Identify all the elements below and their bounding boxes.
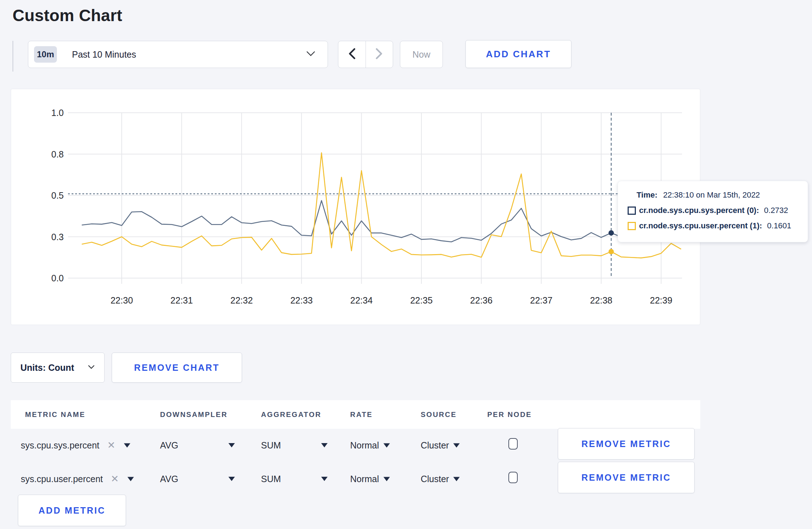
x-axis-tick-label: 22:32 bbox=[231, 295, 253, 305]
source-select[interactable]: Cluster bbox=[421, 440, 460, 451]
x-axis-tick-label: 22:33 bbox=[290, 295, 313, 305]
metric-name-value: sys.cpu.user.percent bbox=[21, 474, 103, 484]
tooltip-user-label: cr.node.sys.cpu.user.percent (1): bbox=[639, 221, 762, 230]
remove-chart-button[interactable]: REMOVE CHART bbox=[112, 353, 242, 383]
source-select[interactable]: Cluster bbox=[421, 474, 460, 484]
chevron-left-icon bbox=[348, 48, 356, 61]
caret-down-icon bbox=[383, 477, 390, 481]
hover-point-sys bbox=[609, 230, 614, 236]
caret-down-icon bbox=[321, 443, 328, 447]
series-user-legend-swatch-icon bbox=[628, 222, 636, 230]
caret-down-icon bbox=[228, 443, 235, 447]
caret-down-icon bbox=[383, 443, 390, 447]
metric-name-select[interactable]: sys.cpu.user.percent ✕ bbox=[21, 474, 134, 484]
add-chart-button[interactable]: ADD CHART bbox=[465, 40, 571, 68]
remove-metric-button[interactable]: REMOVE METRIC bbox=[558, 462, 695, 493]
add-metric-button[interactable]: ADD METRIC bbox=[18, 495, 126, 526]
x-axis-tick-label: 22:30 bbox=[111, 295, 133, 305]
toolbar-divider bbox=[13, 41, 13, 72]
caret-down-icon bbox=[453, 443, 460, 447]
caret-down-icon bbox=[321, 477, 328, 481]
downsampler-caret[interactable] bbox=[228, 477, 235, 481]
chart-hover-tooltip: Time: 22:38:10 on Mar 15th, 2022 cr.node… bbox=[618, 181, 808, 242]
aggregator-select[interactable]: SUM bbox=[261, 440, 281, 451]
source-value: Cluster bbox=[421, 440, 449, 451]
tooltip-time-value: 22:38:10 on Mar 15th, 2022 bbox=[663, 190, 760, 200]
downsampler-value: AVG bbox=[160, 440, 178, 451]
caret-down-icon bbox=[453, 477, 460, 481]
now-button[interactable]: Now bbox=[400, 41, 443, 68]
x-axis-tick-label: 22:31 bbox=[170, 295, 193, 305]
chevron-right-icon bbox=[376, 48, 383, 61]
metric-name-value: sys.cpu.sys.percent bbox=[21, 440, 100, 451]
col-header-downsampler: DOWNSAMPLER bbox=[160, 411, 228, 419]
downsampler-caret[interactable] bbox=[228, 443, 235, 447]
x-axis-tick-label: 22:36 bbox=[470, 295, 493, 305]
caret-down-icon bbox=[228, 477, 235, 481]
tooltip-time-label: Time: bbox=[637, 190, 657, 200]
x-axis-tick-label: 22:39 bbox=[650, 295, 672, 305]
y-axis-tick-label: 1.0 bbox=[51, 108, 64, 118]
caret-down-icon[interactable] bbox=[124, 443, 130, 447]
rate-value: Normal bbox=[350, 474, 379, 484]
clear-metric-icon[interactable]: ✕ bbox=[111, 474, 119, 484]
x-axis-tick-label: 22:35 bbox=[410, 295, 433, 305]
y-axis-tick-label: 0.8 bbox=[51, 149, 64, 159]
col-header-source: SOURCE bbox=[421, 411, 457, 419]
custom-chart-page: Custom Chart 10m Past 10 Minutes Now ADD… bbox=[0, 0, 812, 529]
tooltip-sys-value: 0.2732 bbox=[764, 206, 788, 215]
chevron-down-icon bbox=[306, 51, 315, 58]
metrics-table-header: METRIC NAME DOWNSAMPLER AGGREGATOR RATE … bbox=[11, 400, 700, 429]
hover-point-user bbox=[609, 249, 614, 254]
chevron-down-icon bbox=[88, 364, 95, 371]
next-range-button[interactable] bbox=[366, 41, 393, 68]
rate-value: Normal bbox=[350, 440, 379, 451]
page-title: Custom Chart bbox=[13, 6, 122, 25]
time-range-badge: 10m bbox=[34, 46, 57, 63]
timeseries-chart[interactable]: 0.00.30.50.81.022:3022:3122:3222:3322:34… bbox=[11, 89, 700, 325]
y-axis-tick-label: 0.5 bbox=[51, 190, 64, 200]
col-header-aggregator: AGGREGATOR bbox=[261, 411, 322, 419]
aggregator-select[interactable]: SUM bbox=[261, 474, 281, 484]
series-line-sys bbox=[82, 200, 681, 242]
aggregator-caret[interactable] bbox=[321, 477, 328, 481]
per-node-checkbox[interactable] bbox=[508, 438, 518, 450]
x-axis-tick-label: 22:34 bbox=[350, 295, 373, 305]
downsampler-select[interactable]: AVG bbox=[160, 440, 178, 451]
col-header-metric-name: METRIC NAME bbox=[25, 411, 86, 419]
units-dropdown[interactable]: Units: Count bbox=[11, 353, 105, 383]
table-row: sys.cpu.sys.percent ✕ AVG SUM Normal Clu… bbox=[11, 428, 700, 462]
rate-select[interactable]: Normal bbox=[350, 474, 390, 484]
clear-metric-icon[interactable]: ✕ bbox=[107, 441, 116, 450]
col-header-per-node: PER NODE bbox=[487, 411, 532, 419]
time-nav-group bbox=[338, 41, 393, 68]
per-node-checkbox[interactable] bbox=[508, 472, 518, 483]
series-sys-legend-swatch-icon bbox=[628, 207, 636, 215]
table-row: sys.cpu.user.percent ✕ AVG SUM Normal Cl… bbox=[11, 462, 700, 496]
remove-metric-button[interactable]: REMOVE METRIC bbox=[558, 428, 695, 460]
x-axis-tick-label: 22:38 bbox=[590, 295, 613, 305]
time-range-label: Past 10 Minutes bbox=[72, 49, 136, 60]
x-axis-tick-label: 22:37 bbox=[530, 295, 553, 305]
source-value: Cluster bbox=[421, 474, 449, 484]
aggregator-caret[interactable] bbox=[321, 443, 328, 447]
rate-select[interactable]: Normal bbox=[350, 440, 390, 451]
tooltip-user-value: 0.1601 bbox=[767, 221, 791, 230]
time-range-dropdown[interactable]: 10m Past 10 Minutes bbox=[28, 41, 328, 68]
aggregator-value: SUM bbox=[261, 474, 281, 484]
series-line-user bbox=[82, 153, 681, 258]
caret-down-icon[interactable] bbox=[127, 477, 134, 481]
metric-name-select[interactable]: sys.cpu.sys.percent ✕ bbox=[21, 440, 130, 451]
downsampler-select[interactable]: AVG bbox=[160, 474, 178, 484]
aggregator-value: SUM bbox=[261, 440, 281, 451]
prev-range-button[interactable] bbox=[338, 41, 366, 68]
downsampler-value: AVG bbox=[160, 474, 178, 484]
units-label: Units: Count bbox=[20, 363, 74, 373]
col-header-rate: RATE bbox=[350, 411, 373, 419]
y-axis-tick-label: 0.0 bbox=[51, 273, 64, 283]
tooltip-sys-label: cr.node.sys.cpu.sys.percent (0): bbox=[639, 206, 759, 215]
y-axis-tick-label: 0.3 bbox=[51, 232, 64, 242]
